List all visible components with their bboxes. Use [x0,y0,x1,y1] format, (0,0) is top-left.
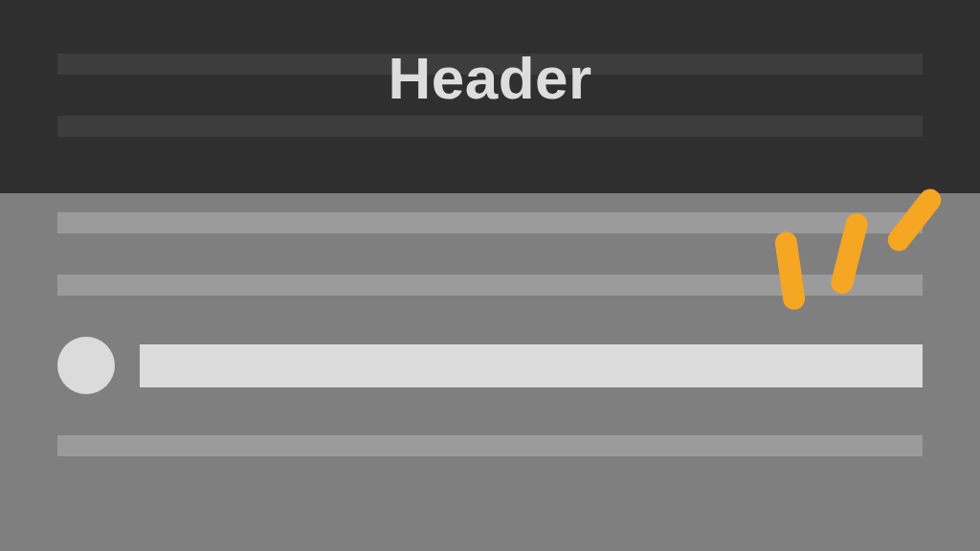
content-placeholder-line [57,275,923,296]
content-placeholder-line [57,212,923,233]
content-placeholder-line [57,435,923,456]
page-title: Header [0,44,980,112]
content-region [0,193,980,551]
avatar [57,337,115,394]
header-placeholder-line [57,116,923,137]
header-region: Header [0,0,980,193]
list-item [57,337,923,394]
emphasis-strokes-icon [769,186,980,339]
list-item-text-placeholder [140,344,923,387]
